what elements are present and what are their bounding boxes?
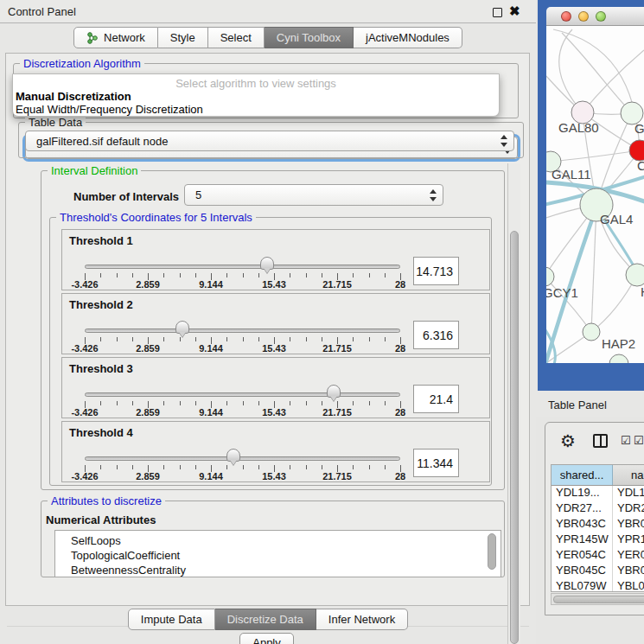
node-label: GAL80 (558, 120, 599, 135)
slider-thumb[interactable] (327, 385, 341, 398)
threshold-value-field[interactable]: 14.713 (413, 257, 459, 285)
network-canvas[interactable]: GAL80GACGAL11GAL4GCY1HHAP2 (546, 26, 644, 363)
checkbox-icon[interactable]: ☑ (621, 434, 631, 447)
threshold-block: Threshold 3-3.4262.8599.14415.4321.71528… (61, 357, 490, 418)
slider-tick-label: 21.715 (322, 343, 352, 354)
apply-button[interactable]: Apply (239, 633, 294, 644)
attributes-scrollbar-thumb[interactable] (488, 533, 496, 570)
table-data-selected: galFiltered.sif default node (36, 135, 168, 148)
slider-tick-label: 28 (395, 279, 405, 290)
list-item[interactable]: BetweennessCentrality (55, 563, 501, 577)
slider-tick-label: 28 (395, 407, 405, 418)
popup-hint: Select algorithm to view settings (13, 77, 499, 90)
table-row[interactable]: YPR145WYPR1 (552, 532, 644, 548)
slider-tick (385, 273, 386, 277)
slider-tick-label: 2.859 (136, 279, 160, 290)
panel-scrollbar-thumb[interactable] (510, 231, 519, 644)
mac-close-button[interactable] (561, 11, 571, 22)
slider-thumb[interactable] (226, 449, 240, 462)
network-node[interactable] (609, 354, 628, 363)
threshold-value-field[interactable]: 21.4 (413, 385, 459, 413)
slider-tick-label: 2.859 (136, 471, 160, 481)
network-edge[interactable] (562, 33, 632, 113)
tab-network[interactable]: Network (73, 27, 158, 48)
threshold-block: Threshold 1-3.4262.8599.14415.4321.71528… (61, 229, 490, 290)
slider-tick (385, 337, 386, 341)
number-of-intervals-combobox[interactable]: 5 (184, 184, 443, 206)
slider-track[interactable] (85, 392, 400, 397)
slider-tick (243, 465, 244, 469)
slider-tick (306, 401, 307, 405)
table-panel-toolbar: ⚙ ☑ ☑ (545, 423, 644, 462)
slider-tick-label: 2.859 (136, 407, 160, 418)
node-label: H (641, 284, 644, 299)
slider-tick (243, 401, 244, 405)
columns-icon[interactable] (593, 434, 608, 448)
threshold-value-field[interactable]: 11.344 (413, 449, 459, 477)
network-node[interactable] (583, 323, 600, 341)
table-row[interactable]: YDR27...YDR2 (552, 501, 644, 517)
cell-name: YER0 (613, 548, 644, 564)
threshold-value-field[interactable]: 6.316 (413, 321, 459, 349)
cyni-toolbox-panel: Discretization Algorithm Table Data galF… (5, 53, 530, 606)
list-item[interactable]: TopologicalCoefficient (55, 548, 501, 563)
tab-discretize-data[interactable]: Discretize Data (215, 609, 316, 630)
slider-tick (290, 465, 290, 469)
top-tab-bar: Network Style Select Cyni Toolbox jActiv… (0, 27, 536, 48)
tab-impute-data[interactable]: Impute Data (128, 609, 215, 630)
table-row[interactable]: YDL19...YDL1 (552, 486, 644, 501)
float-window-icon[interactable] (493, 8, 502, 17)
network-edge[interactable] (551, 150, 640, 162)
network-node[interactable] (546, 267, 554, 286)
table-row[interactable]: YBR045CYBR0 (552, 564, 644, 579)
panel-scrollbar[interactable] (507, 163, 520, 644)
column-header-shared-name[interactable]: shared... (552, 465, 613, 485)
tab-label: Cyni Toolbox (277, 31, 341, 44)
numerical-attributes-list[interactable]: SelfLoopsTopologicalCoefficientBetweenne… (54, 530, 501, 577)
popup-option-manual-discretization[interactable]: Manual Discretization (16, 90, 131, 103)
tab-cyni-toolbox[interactable]: Cyni Toolbox (265, 27, 354, 48)
table-row[interactable]: YBR043CYBR0 (552, 517, 644, 532)
tab-select[interactable]: Select (208, 27, 265, 48)
slider-tick (117, 401, 118, 405)
slider-tick (180, 337, 181, 341)
node-label: GAL11 (552, 167, 591, 182)
popup-option-equal-width[interactable]: Equal Width/Frequency Discretization (16, 103, 203, 116)
network-node[interactable] (626, 264, 644, 286)
gear-icon[interactable]: ⚙ (560, 430, 576, 451)
slider-tick (132, 337, 133, 341)
slider-tick-label: -3.426 (71, 343, 98, 354)
mac-zoom-button[interactable] (596, 11, 606, 22)
tab-infer-network[interactable]: Infer Network (316, 609, 408, 630)
slider-thumb[interactable] (175, 321, 189, 334)
table-row[interactable]: YBL079WYBL0 (552, 579, 644, 592)
checkbox-icon[interactable]: ☑ (634, 434, 644, 447)
slider-tick (369, 401, 370, 405)
column-header-name[interactable]: na (613, 465, 644, 485)
app-root: Control Panel ✖ Network Style (0, 0, 644, 644)
numerical-attributes-label: Numerical Attributes (46, 513, 156, 526)
close-icon[interactable]: ✖ (509, 5, 520, 16)
tab-style[interactable]: Style (158, 27, 208, 48)
cell-shared-name: YDL19... (552, 486, 613, 501)
slider-track[interactable] (85, 456, 400, 461)
table-h-scrollbar-thumb[interactable] (553, 596, 644, 603)
slider-tick (226, 337, 227, 341)
slider-track[interactable] (85, 328, 400, 333)
slider-tick (385, 401, 386, 405)
slider-tick (322, 401, 322, 405)
mac-minimize-button[interactable] (578, 11, 589, 22)
list-item[interactable]: SelfLoops (55, 533, 501, 548)
slider-tick (163, 465, 164, 469)
cell-name: YDL1 (613, 486, 644, 501)
slider-tick (290, 401, 290, 405)
table-h-scrollbar[interactable] (551, 593, 644, 605)
slider-tick (306, 465, 307, 469)
slider-thumb[interactable] (260, 257, 274, 270)
slider-tick-label: 28 (395, 471, 405, 481)
table-data-combobox[interactable]: galFiltered.sif default node (25, 131, 514, 151)
table-row[interactable]: YER054CYER0 (552, 548, 644, 564)
tab-jactivemnodules[interactable]: jActiveMNodules (354, 27, 462, 48)
slider-track[interactable] (85, 265, 400, 269)
slider-tick (226, 401, 227, 405)
